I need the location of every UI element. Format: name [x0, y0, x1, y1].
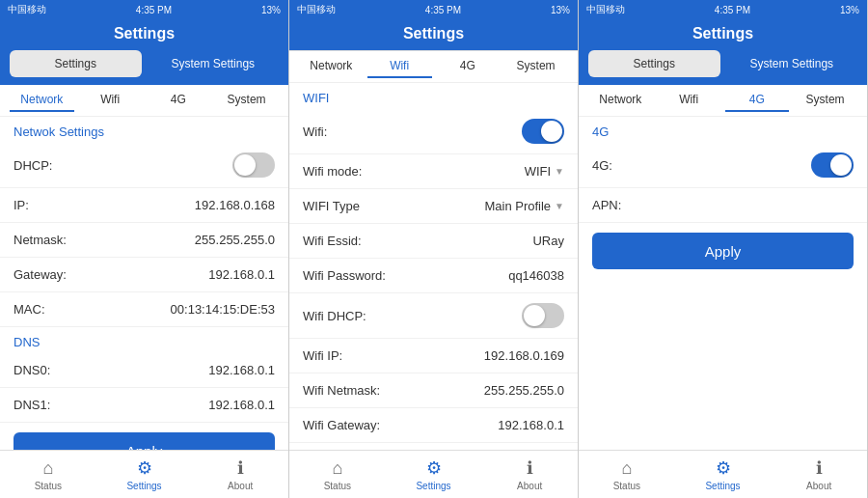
value-ip: 192.168.0.168	[195, 198, 275, 212]
tab-system-1[interactable]: System	[214, 89, 279, 112]
value-wifi-netmask: 255.255.255.0	[484, 383, 564, 398]
value-wifi-gateway: 192.168.0.1	[498, 418, 564, 432]
header-title-3: Settings	[579, 25, 867, 42]
chevron-down-icon-wifitype: ▼	[555, 201, 564, 211]
tab-settings-3[interactable]: Settings	[588, 50, 720, 77]
nav-about-2[interactable]: ℹ About	[481, 451, 578, 498]
info-icon-3: ℹ	[816, 457, 823, 479]
time-2: 4:35 PM	[425, 5, 461, 15]
label-mac: MAC:	[14, 302, 45, 317]
toggle-knob-wifi	[541, 121, 562, 142]
nav-about-label-3: About	[806, 481, 831, 491]
apply-button-1[interactable]: Apply	[14, 432, 275, 450]
row-ip: IP: 192.168.0.168	[0, 188, 288, 223]
label-wifi-password: Wifi Password:	[303, 268, 386, 283]
label-wifi-ip: Wifi IP:	[303, 348, 342, 363]
toggle-knob-wifi-dhcp	[524, 305, 545, 326]
section-label-dns: DNS	[0, 327, 288, 353]
info-icon-1: ℹ	[237, 457, 244, 479]
status-bar-3: 中国移动 4:35 PM 13%	[579, 0, 867, 19]
value-netmask: 255.255.255.0	[195, 233, 275, 247]
label-wifi-type: WIFI Type	[303, 199, 360, 213]
toggle-dhcp[interactable]	[232, 152, 275, 178]
header-title-1: Settings	[0, 25, 288, 42]
section-label-wifi: WIFI	[289, 83, 578, 109]
tab-4g-1[interactable]: 4G	[147, 89, 211, 112]
nav-about-1[interactable]: ℹ About	[192, 451, 288, 498]
time-1: 4:35 PM	[136, 5, 172, 15]
toggle-wifi[interactable]	[522, 119, 564, 144]
label-dns0: DNS0:	[14, 363, 50, 377]
tab-system-3[interactable]: System	[793, 89, 857, 112]
value-mac: 00:13:14:15:DE:53	[171, 302, 275, 317]
row-4g-toggle: 4G:	[579, 143, 867, 188]
toggle-4g[interactable]	[811, 152, 854, 178]
carrier-3: 中国移动	[586, 3, 625, 16]
tab-system-2[interactable]: System	[503, 55, 568, 78]
section-label-network: Netwok Settings	[0, 117, 288, 143]
tab-4g-2[interactable]: 4G	[436, 55, 501, 78]
label-wifi-netmask: Wifi Netmask:	[303, 383, 380, 398]
nav-settings-3[interactable]: ⚙ Settings	[675, 451, 772, 498]
content-3: 4G 4G: APN: Apply	[579, 117, 867, 450]
nav-status-label-1: Status	[35, 481, 62, 491]
nav-settings-label-3: Settings	[705, 481, 740, 491]
row-netmask: Netmask: 255.255.255.0	[0, 223, 288, 258]
tab-wifi-2[interactable]: Wifi	[367, 55, 432, 78]
battery-1: 13%	[261, 5, 281, 15]
toggle-wifi-dhcp[interactable]	[522, 303, 564, 328]
nav-status-3[interactable]: ⌂ Status	[579, 451, 675, 498]
tab-system-settings-1[interactable]: System Settings	[148, 50, 280, 77]
header-2: Settings	[289, 19, 578, 50]
tab-settings-1[interactable]: Settings	[10, 50, 142, 77]
row-wifi-toggle: Wifi:	[289, 109, 578, 154]
dropdown-wifi-type[interactable]: Main Profile ▼	[484, 199, 564, 213]
label-dhcp: DHCP:	[14, 158, 52, 173]
tab-system-settings-3[interactable]: System Settings	[726, 50, 858, 77]
row-wifi-netmask: Wifi Netmask: 255.255.255.0	[289, 374, 578, 408]
value-dns1: 192.168.0.1	[208, 398, 275, 412]
label-wifi: Wifi:	[303, 124, 327, 139]
dropdown-wifi-mode[interactable]: WIFI ▼	[525, 164, 564, 179]
tab-4g-3[interactable]: 4G	[725, 89, 790, 112]
gear-icon-2: ⚙	[426, 457, 442, 479]
nav-settings-label-1: Settings	[126, 481, 161, 491]
nav-about-3[interactable]: ℹ About	[771, 451, 867, 498]
time-3: 4:35 PM	[715, 5, 750, 15]
gear-icon-1: ⚙	[137, 457, 152, 479]
dropdown-wifi-type-value: Main Profile	[484, 199, 551, 213]
sub-tabs-3: Network Wifi 4G System	[579, 85, 867, 117]
tab-network-3[interactable]: Network	[588, 89, 653, 112]
sub-tabs-2: Network Wifi 4G System	[289, 50, 578, 83]
row-dhcp: DHCP:	[0, 143, 288, 188]
nav-settings-label-2: Settings	[416, 481, 450, 491]
content-1: Netwok Settings DHCP: IP: 192.168.0.168 …	[0, 117, 288, 450]
row-wifi-essid: Wifi Essid: URay	[289, 224, 578, 259]
nav-settings-1[interactable]: ⚙ Settings	[96, 451, 193, 498]
nav-status-1[interactable]: ⌂ Status	[0, 451, 96, 498]
tab-wifi-3[interactable]: Wifi	[657, 89, 721, 112]
apply-button-3[interactable]: Apply	[592, 233, 854, 269]
row-wifi-gateway: Wifi Gateway: 192.168.0.1	[289, 408, 578, 443]
tab-network-2[interactable]: Network	[299, 55, 364, 78]
header-title-2: Settings	[289, 25, 578, 42]
label-wifi-mode: Wifi mode:	[303, 164, 362, 179]
status-bar-1: 中国移动 4:35 PM 13%	[0, 0, 288, 19]
nav-status-2[interactable]: ⌂ Status	[289, 451, 386, 498]
row-wifi-type: WIFI Type Main Profile ▼	[289, 189, 578, 224]
row-gateway: Gateway: 192.168.0.1	[0, 258, 288, 292]
value-wifi-essid: URay	[532, 234, 564, 248]
carrier-1: 中国移动	[8, 3, 46, 16]
label-netmask: Netmask:	[14, 233, 67, 247]
carrier-2: 中国移动	[297, 3, 336, 16]
value-wifi-ip: 192.168.0.169	[484, 348, 564, 363]
tab-wifi-1[interactable]: Wifi	[78, 89, 143, 112]
bottom-nav-1: ⌂ Status ⚙ Settings ℹ About	[0, 450, 288, 498]
label-wifi-dhcp: Wifi DHCP:	[303, 309, 366, 323]
label-apn: APN:	[592, 198, 650, 212]
nav-settings-2[interactable]: ⚙ Settings	[386, 451, 482, 498]
apn-input[interactable]	[650, 198, 854, 212]
main-tabs-1: Settings System Settings	[0, 50, 288, 85]
tab-network-1[interactable]: Network	[10, 89, 74, 112]
bottom-nav-2: ⌂ Status ⚙ Settings ℹ About	[289, 450, 578, 498]
